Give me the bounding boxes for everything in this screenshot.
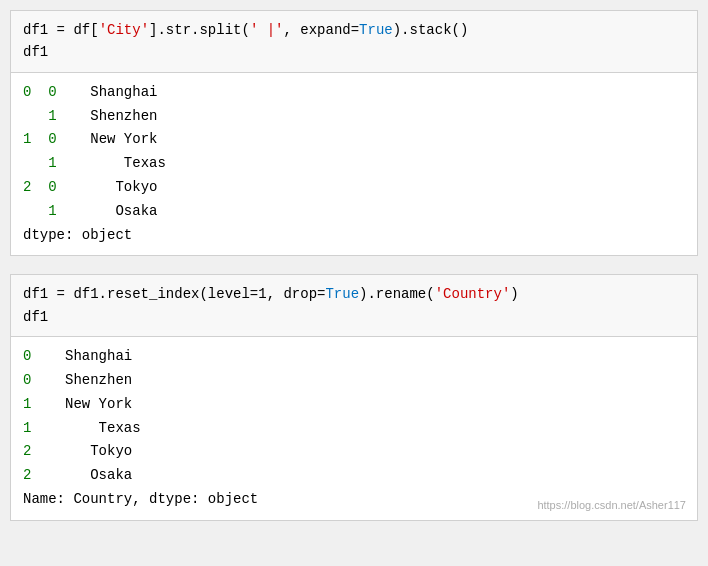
code-line-1a: df1 = df['City'].str.split(' |', expand=… <box>23 22 468 38</box>
block-2: df1 = df1.reset_index(level=1, drop=True… <box>10 274 698 520</box>
page-wrapper: df1 = df['City'].str.split(' |', expand=… <box>10 10 698 521</box>
output-row-1: 0 0 Shanghai <box>23 84 157 100</box>
block-1: df1 = df['City'].str.split(' |', expand=… <box>10 10 698 256</box>
code-line-2b: df1 <box>23 309 48 325</box>
output-row-4: 1 Texas <box>23 155 166 171</box>
output-row-2: 1 Shenzhen <box>23 108 157 124</box>
code-block-2: df1 = df1.reset_index(level=1, drop=True… <box>11 275 697 337</box>
dtype-1: dtype: object <box>23 227 132 243</box>
output-block-2: 0 Shanghai 0 Shenzhen 1 New York 1 Texas… <box>11 337 697 520</box>
output-row-3: 1 0 New York <box>23 131 157 147</box>
dtype-2: Name: Country, dtype: object <box>23 491 258 507</box>
code-line-1b: df1 <box>23 44 48 60</box>
output2-row-5: 2 Tokyo <box>23 443 132 459</box>
code-line-2a: df1 = df1.reset_index(level=1, drop=True… <box>23 286 519 302</box>
output-row-5: 2 0 Tokyo <box>23 179 157 195</box>
output2-row-1: 0 Shanghai <box>23 348 132 364</box>
output2-row-3: 1 New York <box>23 396 132 412</box>
output-row-6: 1 Osaka <box>23 203 157 219</box>
code-block-1: df1 = df['City'].str.split(' |', expand=… <box>11 11 697 73</box>
output2-row-4: 1 Texas <box>23 420 141 436</box>
output-block-1: 0 0 Shanghai 1 Shenzhen 1 0 New York 1 T… <box>11 73 697 256</box>
output2-row-6: 2 Osaka <box>23 467 132 483</box>
watermark: https://blog.csdn.net/Asher117 <box>537 499 686 511</box>
output2-row-2: 0 Shenzhen <box>23 372 132 388</box>
